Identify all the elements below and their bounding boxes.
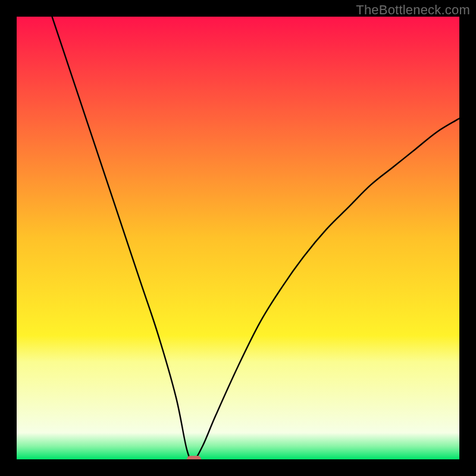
watermark-text: TheBottleneck.com	[356, 2, 470, 18]
bottleneck-curve	[17, 17, 459, 459]
gradient-background	[17, 17, 459, 459]
chart-frame: TheBottleneck.com	[0, 0, 476, 476]
optimum-marker	[187, 456, 201, 459]
plot-area	[17, 17, 459, 459]
